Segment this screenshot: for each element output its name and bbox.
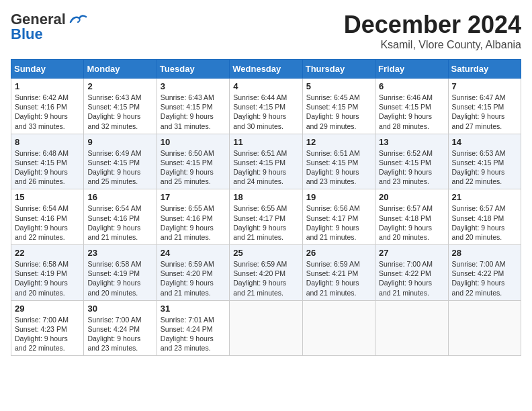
weekday-sunday: Sunday xyxy=(11,60,84,79)
calendar-cell: 6Sunrise: 6:46 AM Sunset: 4:15 PM Daylig… xyxy=(375,79,448,134)
day-number: 24 xyxy=(161,248,226,258)
day-info: Sunrise: 6:50 AM Sunset: 4:15 PM Dayligh… xyxy=(161,148,226,187)
day-info: Sunrise: 7:00 AM Sunset: 4:23 PM Dayligh… xyxy=(15,315,80,353)
calendar-cell: 22Sunrise: 6:58 AM Sunset: 4:19 PM Dayli… xyxy=(11,245,84,301)
logo-bird-icon xyxy=(67,13,87,26)
day-number: 21 xyxy=(452,192,517,202)
day-info: Sunrise: 6:56 AM Sunset: 4:17 PM Dayligh… xyxy=(306,203,371,242)
calendar-cell xyxy=(302,300,375,356)
day-number: 22 xyxy=(15,248,80,258)
page-subtitle: Ksamil, Vlore County, Albania xyxy=(344,39,521,51)
day-info: Sunrise: 6:55 AM Sunset: 4:16 PM Dayligh… xyxy=(161,203,226,242)
day-number: 26 xyxy=(306,248,371,258)
weekday-wednesday: Wednesday xyxy=(230,60,302,79)
calendar-cell: 19Sunrise: 6:56 AM Sunset: 4:17 PM Dayli… xyxy=(302,189,375,245)
weekday-saturday: Saturday xyxy=(448,60,521,79)
day-info: Sunrise: 6:58 AM Sunset: 4:19 PM Dayligh… xyxy=(15,259,80,298)
calendar-week-row: 22Sunrise: 6:58 AM Sunset: 4:19 PM Dayli… xyxy=(11,245,521,301)
day-info: Sunrise: 6:48 AM Sunset: 4:15 PM Dayligh… xyxy=(15,148,80,187)
day-number: 11 xyxy=(233,137,298,147)
day-number: 23 xyxy=(87,248,152,258)
day-number: 4 xyxy=(233,81,298,91)
calendar-cell: 31Sunrise: 7:01 AM Sunset: 4:24 PM Dayli… xyxy=(157,300,229,356)
day-number: 2 xyxy=(87,81,152,91)
day-number: 19 xyxy=(306,192,371,202)
calendar-header-row: Sunday Monday Tuesday Wednesday Thursday… xyxy=(11,60,521,79)
day-number: 28 xyxy=(452,248,517,258)
calendar-cell: 8Sunrise: 6:48 AM Sunset: 4:15 PM Daylig… xyxy=(11,134,84,189)
day-number: 8 xyxy=(15,137,80,147)
day-info: Sunrise: 6:45 AM Sunset: 4:15 PM Dayligh… xyxy=(306,93,371,131)
calendar-cell: 3Sunrise: 6:43 AM Sunset: 4:15 PM Daylig… xyxy=(157,79,229,134)
day-number: 17 xyxy=(161,192,226,202)
calendar-cell: 5Sunrise: 6:45 AM Sunset: 4:15 PM Daylig… xyxy=(302,79,375,134)
calendar-cell: 16Sunrise: 6:54 AM Sunset: 4:16 PM Dayli… xyxy=(84,189,157,245)
calendar-week-row: 29Sunrise: 7:00 AM Sunset: 4:23 PM Dayli… xyxy=(11,300,521,356)
day-info: Sunrise: 6:51 AM Sunset: 4:15 PM Dayligh… xyxy=(306,148,371,187)
day-number: 13 xyxy=(379,137,444,147)
calendar-cell: 4Sunrise: 6:44 AM Sunset: 4:15 PM Daylig… xyxy=(230,79,302,134)
calendar-cell: 18Sunrise: 6:55 AM Sunset: 4:17 PM Dayli… xyxy=(230,189,302,245)
calendar-cell xyxy=(375,300,448,356)
day-info: Sunrise: 6:59 AM Sunset: 4:20 PM Dayligh… xyxy=(161,259,226,298)
calendar-cell: 7Sunrise: 6:47 AM Sunset: 4:15 PM Daylig… xyxy=(448,79,521,134)
calendar-cell: 17Sunrise: 6:55 AM Sunset: 4:16 PM Dayli… xyxy=(157,189,229,245)
logo-blue: Blue xyxy=(11,26,43,43)
calendar-week-row: 8Sunrise: 6:48 AM Sunset: 4:15 PM Daylig… xyxy=(11,134,521,189)
day-info: Sunrise: 6:44 AM Sunset: 4:15 PM Dayligh… xyxy=(233,93,298,131)
day-number: 27 xyxy=(379,248,444,258)
day-info: Sunrise: 6:53 AM Sunset: 4:15 PM Dayligh… xyxy=(452,148,517,187)
calendar-cell: 15Sunrise: 6:54 AM Sunset: 4:16 PM Dayli… xyxy=(11,189,84,245)
calendar-cell: 30Sunrise: 7:00 AM Sunset: 4:24 PM Dayli… xyxy=(84,300,157,356)
calendar-cell: 1Sunrise: 6:42 AM Sunset: 4:16 PM Daylig… xyxy=(11,79,84,134)
day-info: Sunrise: 6:46 AM Sunset: 4:15 PM Dayligh… xyxy=(379,93,444,131)
day-info: Sunrise: 6:49 AM Sunset: 4:15 PM Dayligh… xyxy=(87,148,152,187)
calendar-cell: 25Sunrise: 6:59 AM Sunset: 4:20 PM Dayli… xyxy=(230,245,302,301)
calendar-cell: 14Sunrise: 6:53 AM Sunset: 4:15 PM Dayli… xyxy=(448,134,521,189)
day-info: Sunrise: 6:57 AM Sunset: 4:18 PM Dayligh… xyxy=(379,203,444,242)
weekday-tuesday: Tuesday xyxy=(157,60,229,79)
day-number: 12 xyxy=(306,137,371,147)
weekday-friday: Friday xyxy=(375,60,448,79)
calendar-cell: 11Sunrise: 6:51 AM Sunset: 4:15 PM Dayli… xyxy=(230,134,302,189)
day-number: 7 xyxy=(452,81,517,91)
page-header: General Blue December 2024 Ksamil, Vlore… xyxy=(11,11,521,51)
calendar-cell: 12Sunrise: 6:51 AM Sunset: 4:15 PM Dayli… xyxy=(302,134,375,189)
day-number: 9 xyxy=(87,137,152,147)
calendar-cell: 24Sunrise: 6:59 AM Sunset: 4:20 PM Dayli… xyxy=(157,245,229,301)
day-info: Sunrise: 6:55 AM Sunset: 4:17 PM Dayligh… xyxy=(233,203,298,242)
calendar-cell: 20Sunrise: 6:57 AM Sunset: 4:18 PM Dayli… xyxy=(375,189,448,245)
day-info: Sunrise: 6:43 AM Sunset: 4:15 PM Dayligh… xyxy=(161,93,226,131)
calendar-cell: 27Sunrise: 7:00 AM Sunset: 4:22 PM Dayli… xyxy=(375,245,448,301)
day-number: 14 xyxy=(452,137,517,147)
day-number: 16 xyxy=(87,192,152,202)
day-number: 5 xyxy=(306,81,371,91)
day-info: Sunrise: 6:47 AM Sunset: 4:15 PM Dayligh… xyxy=(452,93,517,131)
calendar-cell xyxy=(448,300,521,356)
day-info: Sunrise: 6:58 AM Sunset: 4:19 PM Dayligh… xyxy=(87,259,152,298)
calendar-cell: 13Sunrise: 6:52 AM Sunset: 4:15 PM Dayli… xyxy=(375,134,448,189)
page-title: December 2024 xyxy=(344,11,521,39)
calendar-table: Sunday Monday Tuesday Wednesday Thursday… xyxy=(11,59,521,356)
day-number: 20 xyxy=(379,192,444,202)
weekday-thursday: Thursday xyxy=(302,60,375,79)
calendar-cell: 2Sunrise: 6:43 AM Sunset: 4:15 PM Daylig… xyxy=(84,79,157,134)
day-info: Sunrise: 6:54 AM Sunset: 4:16 PM Dayligh… xyxy=(87,203,152,242)
day-number: 31 xyxy=(161,304,226,314)
day-info: Sunrise: 7:00 AM Sunset: 4:22 PM Dayligh… xyxy=(379,259,444,298)
day-info: Sunrise: 6:51 AM Sunset: 4:15 PM Dayligh… xyxy=(233,148,298,187)
day-number: 3 xyxy=(161,81,226,91)
day-info: Sunrise: 6:52 AM Sunset: 4:15 PM Dayligh… xyxy=(379,148,444,187)
day-number: 30 xyxy=(87,304,152,314)
day-info: Sunrise: 6:54 AM Sunset: 4:16 PM Dayligh… xyxy=(15,203,80,242)
day-info: Sunrise: 7:00 AM Sunset: 4:24 PM Dayligh… xyxy=(87,315,152,353)
day-info: Sunrise: 6:42 AM Sunset: 4:16 PM Dayligh… xyxy=(15,93,80,131)
day-info: Sunrise: 6:43 AM Sunset: 4:15 PM Dayligh… xyxy=(87,93,152,131)
day-info: Sunrise: 7:01 AM Sunset: 4:24 PM Dayligh… xyxy=(161,315,226,353)
logo: General Blue xyxy=(11,11,87,43)
day-info: Sunrise: 6:57 AM Sunset: 4:18 PM Dayligh… xyxy=(452,203,517,242)
day-info: Sunrise: 7:00 AM Sunset: 4:22 PM Dayligh… xyxy=(452,259,517,298)
day-number: 29 xyxy=(15,304,80,314)
day-number: 10 xyxy=(161,137,226,147)
calendar-cell: 9Sunrise: 6:49 AM Sunset: 4:15 PM Daylig… xyxy=(84,134,157,189)
